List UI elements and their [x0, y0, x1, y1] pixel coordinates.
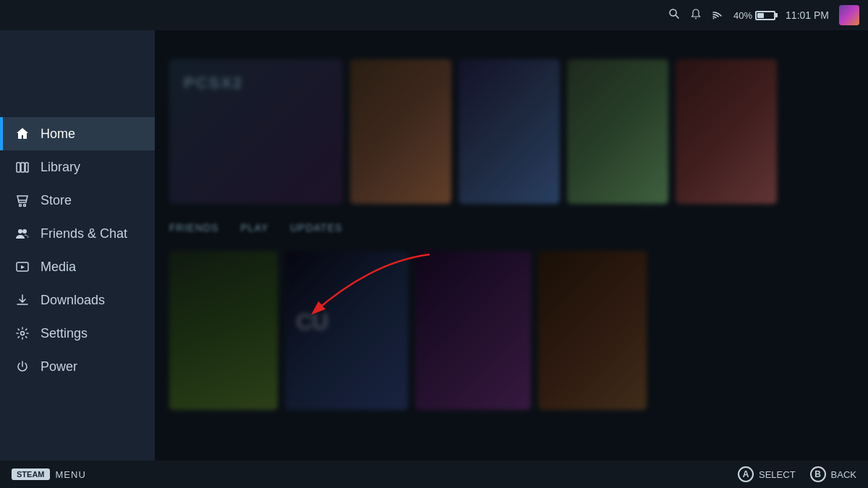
game-grid-top: PCSX2 [169, 59, 868, 204]
sidebar-label-store: Store [41, 193, 72, 208]
home-icon [14, 126, 30, 142]
bottom-controls: A SELECT B BACK [738, 466, 856, 482]
sidebar-item-library[interactable]: Library [0, 150, 155, 184]
svg-point-13 [21, 332, 25, 335]
friends-icon [14, 226, 30, 241]
svg-point-11 [22, 229, 27, 234]
sidebar: Home Library Store [0, 30, 155, 461]
sidebar-item-home[interactable]: Home [0, 117, 155, 150]
battery-percent: 40% [733, 10, 752, 21]
featured-game-card: PCSX2 [169, 59, 343, 204]
battery-indicator: 40% [733, 10, 775, 21]
sidebar-label-settings: Settings [41, 326, 88, 341]
sidebar-label-power: Power [41, 359, 77, 374]
sidebar-label-downloads: Downloads [41, 293, 105, 308]
sidebar-label-friends: Friends & Chat [41, 226, 127, 241]
back-control: B BACK [810, 466, 856, 482]
game-grid-bottom: CU [169, 251, 868, 410]
steam-menu[interactable]: STEAM MENU [12, 468, 86, 480]
back-label: BACK [831, 469, 856, 480]
svg-point-9 [24, 205, 26, 207]
clock: 11:01 PM [786, 9, 829, 21]
avatar[interactable] [839, 5, 859, 25]
notification-icon[interactable] [690, 8, 702, 22]
sidebar-label-library: Library [41, 160, 80, 175]
svg-rect-6 [21, 163, 25, 172]
store-icon [14, 192, 30, 208]
battery-bar [755, 11, 775, 20]
label-updates: UPDATES [290, 222, 342, 234]
svg-rect-7 [25, 163, 28, 172]
game-card-b1 [169, 251, 278, 410]
svg-rect-4 [839, 5, 859, 25]
label-friends: FRIENDS [169, 222, 218, 234]
library-icon [14, 159, 30, 175]
svg-point-0 [670, 9, 676, 16]
sidebar-label-media: Media [41, 260, 76, 275]
select-label: SELECT [759, 469, 796, 480]
game-card-b4 [538, 251, 647, 410]
cast-icon[interactable] [712, 8, 723, 22]
svg-rect-5 [17, 163, 20, 172]
svg-point-3 [713, 18, 715, 20]
content-labels: FRIENDS PLAY UPDATES [169, 222, 868, 234]
game-card-2 [459, 59, 560, 204]
downloads-icon [14, 292, 30, 308]
game-card-b2: CU [285, 251, 408, 410]
steam-badge: STEAM [12, 468, 50, 480]
settings-icon [14, 325, 30, 341]
media-icon [14, 259, 30, 275]
power-icon [14, 359, 30, 374]
select-control: A SELECT [738, 466, 796, 482]
sidebar-label-home: Home [41, 127, 75, 142]
svg-point-10 [18, 229, 22, 234]
bottombar: STEAM MENU A SELECT B BACK [0, 461, 868, 488]
sidebar-item-friends[interactable]: Friends & Chat [0, 217, 155, 250]
search-icon[interactable] [668, 8, 680, 22]
sidebar-item-media[interactable]: Media [0, 250, 155, 283]
main-content: PCSX2 FRIENDS PLAY UPDATES CU [155, 30, 868, 461]
game-card-4 [676, 59, 777, 204]
label-play: PLAY [240, 222, 268, 234]
sidebar-item-store[interactable]: Store [0, 184, 155, 217]
svg-line-1 [676, 15, 679, 19]
svg-point-2 [695, 18, 697, 20]
menu-label: MENU [56, 469, 86, 480]
b-button: B [810, 466, 826, 482]
svg-point-8 [20, 205, 22, 207]
sidebar-item-downloads[interactable]: Downloads [0, 283, 155, 317]
sidebar-item-settings[interactable]: Settings [0, 317, 155, 350]
topbar: 40% 11:01 PM [0, 0, 868, 30]
game-card-b3 [415, 251, 531, 410]
game-card-1 [350, 59, 451, 204]
game-card-3 [567, 59, 668, 204]
sidebar-item-power[interactable]: Power [0, 350, 155, 383]
a-button: A [738, 466, 754, 482]
